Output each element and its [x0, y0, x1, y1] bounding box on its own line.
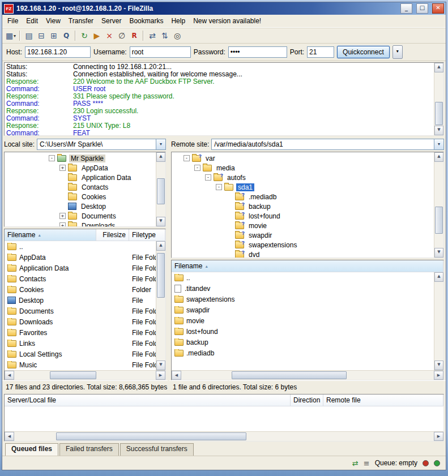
scroll-left-icon[interactable]: ◀ [5, 432, 14, 441]
expand-icon[interactable]: + [59, 222, 66, 226]
scroll-up-icon[interactable]: ▲ [156, 241, 165, 251]
toggle-log-button[interactable]: ▤ [23, 29, 35, 42]
local-list-vertical-scrollbar[interactable]: ▲ ▼ [156, 241, 165, 370]
scroll-right-icon[interactable]: ▶ [156, 371, 165, 380]
local-tree-vertical-scrollbar[interactable]: ▲ ▼ [156, 152, 165, 226]
file-row[interactable]: backup [172, 337, 434, 348]
scrollbar-thumb[interactable] [50, 371, 96, 379]
scrollbar-track[interactable] [156, 251, 165, 361]
menu-view[interactable]: View [42, 15, 65, 27]
menu-server[interactable]: Server [97, 15, 125, 27]
cancel-button[interactable]: × [103, 29, 116, 42]
remote-tree-item-selected[interactable]: -sda1 [172, 182, 434, 192]
file-row[interactable]: Application DataFile Folder [5, 263, 156, 273]
menu-file[interactable]: File [3, 15, 22, 27]
local-tree-item[interactable]: +Downloads [5, 221, 156, 226]
tab-successful-transfers[interactable]: Successful transfers [120, 443, 194, 457]
scrollbar-thumb[interactable] [435, 207, 443, 234]
remote-list-vertical-scrollbar[interactable]: ▲ ▼ [434, 272, 443, 370]
password-input[interactable] [228, 46, 287, 58]
refresh-button[interactable]: ↻ [78, 29, 91, 42]
directory-listing-icon[interactable]: ≡ [364, 459, 370, 468]
file-row[interactable]: movie [172, 315, 434, 326]
scroll-up-icon[interactable]: ▲ [434, 272, 443, 282]
scrollbar-track[interactable] [14, 432, 434, 441]
remote-tree-item[interactable]: -autofs [172, 173, 434, 182]
file-row[interactable]: DesktopFile [5, 295, 156, 306]
expand-icon[interactable]: + [59, 165, 66, 171]
toggle-queue-button[interactable]: Q [60, 29, 72, 42]
column-header-remote-file[interactable]: Remote file [323, 394, 443, 406]
log-vertical-scrollbar[interactable]: ▲ ▼ [434, 63, 443, 135]
column-header-direction[interactable]: Direction [291, 394, 323, 406]
scroll-down-icon[interactable]: ▼ [434, 361, 443, 370]
menu-help[interactable]: Help [167, 15, 189, 27]
collapse-icon[interactable]: - [216, 184, 222, 190]
scroll-left-icon[interactable]: ◀ [172, 371, 181, 380]
file-row[interactable]: swapdir [172, 305, 434, 315]
reconnect-button[interactable]: R [128, 29, 140, 42]
scrollbar-thumb[interactable] [157, 253, 165, 298]
chevron-down-icon[interactable]: ▾ [156, 139, 165, 149]
local-tree-item[interactable]: Contacts [5, 182, 156, 192]
scroll-right-icon[interactable]: ▶ [434, 432, 443, 441]
scroll-up-icon[interactable]: ▲ [434, 63, 443, 72]
scrollbar-thumb[interactable] [56, 432, 246, 440]
scroll-down-icon[interactable]: ▼ [434, 126, 443, 135]
queue-empty-area[interactable] [5, 406, 443, 431]
toggle-remote-tree-button[interactable]: ⊞ [48, 29, 60, 42]
local-tree-item[interactable]: +Documents [5, 211, 156, 221]
local-tree-item[interactable]: +AppData [5, 163, 156, 173]
scrollbar-thumb[interactable] [232, 371, 347, 379]
remote-tree-item[interactable]: movie [172, 221, 434, 230]
local-site-combo[interactable]: C:\Users\Mr Sparkle\ ▾ [37, 139, 166, 150]
collapse-icon[interactable]: - [205, 174, 211, 181]
transfer-mode-icon[interactable]: ⇄ [352, 459, 359, 468]
file-row[interactable]: .. [172, 272, 434, 283]
scroll-down-icon[interactable]: ▼ [156, 217, 165, 226]
chevron-down-icon[interactable]: ▾ [434, 139, 443, 149]
scrollbar-thumb[interactable] [157, 178, 165, 204]
file-row[interactable]: DownloadsFile Folder [5, 316, 156, 327]
local-list-horizontal-scrollbar[interactable]: ◀ ▶ [5, 370, 165, 380]
tab-failed-transfers[interactable]: Failed transfers [59, 443, 119, 457]
remote-tree-item[interactable]: -var [172, 153, 434, 163]
username-input[interactable] [130, 46, 191, 58]
remote-site-combo[interactable]: /var/media/autofs/sda1 ▾ [211, 139, 444, 150]
file-row[interactable]: .mediadb [172, 348, 434, 358]
maximize-button[interactable]: □ [416, 3, 428, 14]
remote-list-horizontal-scrollbar[interactable]: ◀ ▶ [172, 370, 443, 380]
remote-tree-item[interactable]: lost+found [172, 211, 434, 221]
scrollbar-track[interactable] [434, 282, 443, 361]
toggle-local-tree-button[interactable]: ⊟ [35, 29, 48, 42]
scroll-down-icon[interactable]: ▼ [156, 361, 165, 370]
quickconnect-button[interactable]: Quickconnect [337, 46, 390, 58]
local-tree-item[interactable]: -Mr Sparkle [5, 153, 156, 163]
scrollbar-track[interactable] [181, 371, 434, 380]
file-row[interactable]: .. [5, 241, 156, 252]
title-bar[interactable]: FZ 192.168.1.20 - root@192.168.1.20 - Fi… [2, 2, 446, 15]
column-header-filename[interactable]: Filename▲ [172, 260, 443, 272]
file-row[interactable]: ContactsFile Folder [5, 273, 156, 284]
disconnect-button[interactable]: ∅ [116, 29, 128, 42]
local-tree-item[interactable]: Desktop [5, 201, 156, 211]
scroll-right-icon[interactable]: ▶ [434, 371, 443, 380]
sync-browsing-button[interactable]: ⇅ [159, 29, 171, 42]
remote-tree-item[interactable]: dvd [172, 250, 434, 258]
quickconnect-dropdown-button[interactable]: ▾ [392, 45, 403, 59]
file-row[interactable]: CookiesFolder [5, 284, 156, 295]
process-queue-button[interactable]: ▶ [91, 29, 103, 42]
remote-tree-item[interactable]: .mediadb [172, 192, 434, 201]
file-row[interactable]: LinksFile Folder [5, 338, 156, 349]
remote-tree-item[interactable]: swapdir [172, 230, 434, 240]
scrollbar-track[interactable] [434, 162, 443, 248]
file-row[interactable]: swapextensions [172, 294, 434, 305]
minimize-button[interactable]: _ [400, 3, 412, 14]
collapse-icon[interactable]: - [194, 165, 200, 171]
file-row[interactable]: FavoritesFile Folder [5, 327, 156, 338]
file-row[interactable]: Local SettingsFile Folder [5, 349, 156, 359]
column-header-filesize[interactable]: Filesize [96, 229, 129, 241]
scrollbar-track[interactable] [156, 162, 165, 217]
file-row[interactable]: MusicFile Folder [5, 359, 156, 370]
host-input[interactable] [25, 46, 91, 58]
